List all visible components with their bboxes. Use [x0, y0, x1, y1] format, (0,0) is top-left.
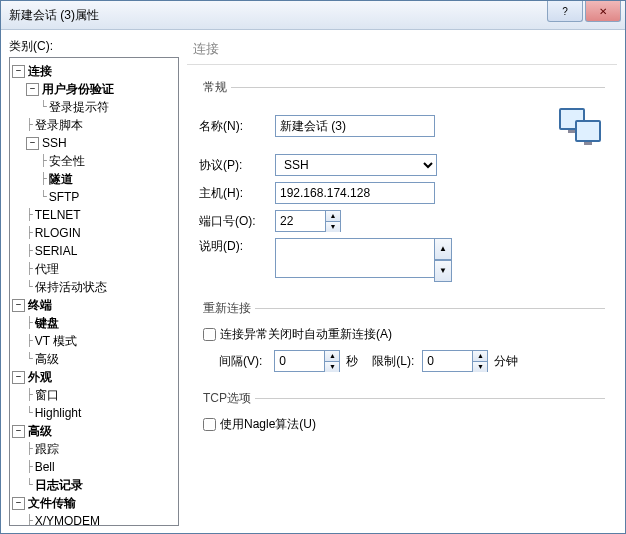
close-button[interactable]: ✕ [585, 1, 621, 22]
tree-branch-icon: ├ [40, 170, 47, 188]
desc-up-button[interactable]: ▲ [434, 238, 452, 260]
tree-appearance[interactable]: −外观 [12, 368, 176, 386]
tree-tunnel[interactable]: ├隧道 [12, 170, 176, 188]
help-button[interactable]: ? [547, 1, 583, 22]
collapse-icon[interactable]: − [26, 83, 39, 96]
collapse-icon[interactable]: − [12, 65, 25, 78]
general-legend: 常规 [199, 79, 231, 96]
protocol-select[interactable]: SSH [275, 154, 437, 176]
tree-xymodem[interactable]: ├X/YMODEM [12, 512, 176, 526]
titlebar: 新建会话 (3)属性 ? ✕ [1, 1, 625, 30]
tree-branch-icon: └ [26, 404, 33, 422]
tree-branch-icon: ├ [26, 206, 33, 224]
nagle-chk-label: 使用Nagle算法(U) [220, 416, 316, 433]
tree-security[interactable]: ├安全性 [12, 152, 176, 170]
tree-keepalive[interactable]: └保持活动状态 [12, 278, 176, 296]
interval-down-button[interactable]: ▼ [325, 362, 339, 372]
interval-input[interactable] [274, 350, 324, 372]
interval-up-button[interactable]: ▲ [325, 351, 339, 362]
tree-branch-icon: └ [26, 476, 33, 494]
reconnect-chk-label: 连接异常关闭时自动重新连接(A) [220, 326, 392, 343]
tree-branch-icon: ├ [26, 458, 33, 476]
tree-branch-icon: ├ [26, 386, 33, 404]
tree-vtmode[interactable]: ├VT 模式 [12, 332, 176, 350]
collapse-icon[interactable]: − [12, 497, 25, 510]
tcp-group: TCP选项 使用Nagle算法(U) [199, 390, 605, 442]
tree-branch-icon: ├ [26, 332, 33, 350]
collapse-icon[interactable]: − [26, 137, 39, 150]
limit-up-button[interactable]: ▲ [473, 351, 487, 362]
tree-terminal[interactable]: −终端 [12, 296, 176, 314]
tree-branch-icon: ├ [26, 224, 33, 242]
port-input[interactable] [275, 210, 325, 232]
limit-label: 限制(L): [372, 353, 414, 370]
reconnect-group: 重新连接 连接异常关闭时自动重新连接(A) 间隔(V): ▲▼ 秒 限制(L [199, 300, 605, 380]
nagle-checkbox[interactable] [203, 418, 216, 431]
name-label: 名称(N): [199, 118, 275, 135]
dialog-window: 新建会话 (3)属性 ? ✕ 类别(C): −连接 −用户身份验证 └登录提示符… [0, 0, 626, 534]
interval-label: 间隔(V): [219, 353, 262, 370]
tree-branch-icon: ├ [40, 152, 47, 170]
category-label: 类别(C): [9, 38, 179, 55]
tree-branch-icon: ├ [26, 260, 33, 278]
desc-label: 说明(D): [199, 238, 275, 255]
tree-log[interactable]: └日志记录 [12, 476, 176, 494]
tree-proxy[interactable]: ├代理 [12, 260, 176, 278]
dialog-body: 类别(C): −连接 −用户身份验证 └登录提示符 ├登录脚本 −SSH ├安全… [1, 30, 625, 534]
port-down-button[interactable]: ▼ [326, 222, 340, 232]
window-buttons: ? ✕ [545, 1, 621, 22]
tree-trace[interactable]: ├跟踪 [12, 440, 176, 458]
port-up-button[interactable]: ▲ [326, 211, 340, 222]
tree-branch-icon: ├ [26, 116, 33, 134]
tree-branch-icon: └ [40, 98, 47, 116]
collapse-icon[interactable]: − [12, 425, 25, 438]
tree-branch-icon: ├ [26, 314, 33, 332]
tree-loginprompt[interactable]: └登录提示符 [12, 98, 176, 116]
tree-auth[interactable]: −用户身份验证 [12, 80, 176, 98]
host-label: 主机(H): [199, 185, 275, 202]
port-label: 端口号(O): [199, 213, 275, 230]
desc-down-button[interactable]: ▼ [434, 260, 452, 282]
tree-branch-icon: └ [26, 278, 33, 296]
tree-window[interactable]: ├窗口 [12, 386, 176, 404]
limit-down-button[interactable]: ▼ [473, 362, 487, 372]
tree-filetransfer[interactable]: −文件传输 [12, 494, 176, 512]
limit-unit: 分钟 [494, 353, 518, 370]
tree-branch-icon: └ [26, 350, 33, 368]
protocol-label: 协议(P): [199, 157, 275, 174]
tree-branch-icon: ├ [26, 242, 33, 260]
category-tree: −连接 −用户身份验证 └登录提示符 ├登录脚本 −SSH ├安全性 ├隧道 └… [9, 57, 179, 526]
tree-serial[interactable]: ├SERIAL [12, 242, 176, 260]
name-input[interactable] [275, 115, 435, 137]
host-input[interactable] [275, 182, 435, 204]
reconnect-checkbox[interactable] [203, 328, 216, 341]
tree-advanced[interactable]: −高级 [12, 422, 176, 440]
tree-branch-icon: ├ [26, 440, 33, 458]
tree-loginscript[interactable]: ├登录脚本 [12, 116, 176, 134]
tree-branch-icon: ├ [26, 512, 33, 526]
tree-adv-term[interactable]: └高级 [12, 350, 176, 368]
tree-highlight[interactable]: └Highlight [12, 404, 176, 422]
window-title: 新建会话 (3)属性 [9, 7, 99, 24]
tree-bell[interactable]: ├Bell [12, 458, 176, 476]
panel-title: 连接 [187, 38, 617, 65]
tree-connection[interactable]: −连接 [12, 62, 176, 80]
tree-telnet[interactable]: ├TELNET [12, 206, 176, 224]
desc-textarea[interactable] [275, 238, 435, 278]
collapse-icon[interactable]: − [12, 299, 25, 312]
settings-panel: 连接 常规 名称(N): 协议(P): SSH [187, 38, 617, 526]
tree-rlogin[interactable]: ├RLOGIN [12, 224, 176, 242]
tree-keyboard[interactable]: ├键盘 [12, 314, 176, 332]
tree-ssh[interactable]: −SSH [12, 134, 176, 152]
general-group: 常规 名称(N): 协议(P): SSH 主机(H): [199, 79, 605, 290]
tcp-legend: TCP选项 [199, 390, 255, 407]
panel-content: 常规 名称(N): 协议(P): SSH 主机(H): [187, 65, 617, 460]
limit-input[interactable] [422, 350, 472, 372]
interval-unit: 秒 [346, 353, 358, 370]
tree-branch-icon: └ [40, 188, 47, 206]
category-column: 类别(C): −连接 −用户身份验证 └登录提示符 ├登录脚本 −SSH ├安全… [9, 38, 179, 526]
tree-sftp[interactable]: └SFTP [12, 188, 176, 206]
reconnect-legend: 重新连接 [199, 300, 255, 317]
session-icon [555, 104, 605, 148]
collapse-icon[interactable]: − [12, 371, 25, 384]
